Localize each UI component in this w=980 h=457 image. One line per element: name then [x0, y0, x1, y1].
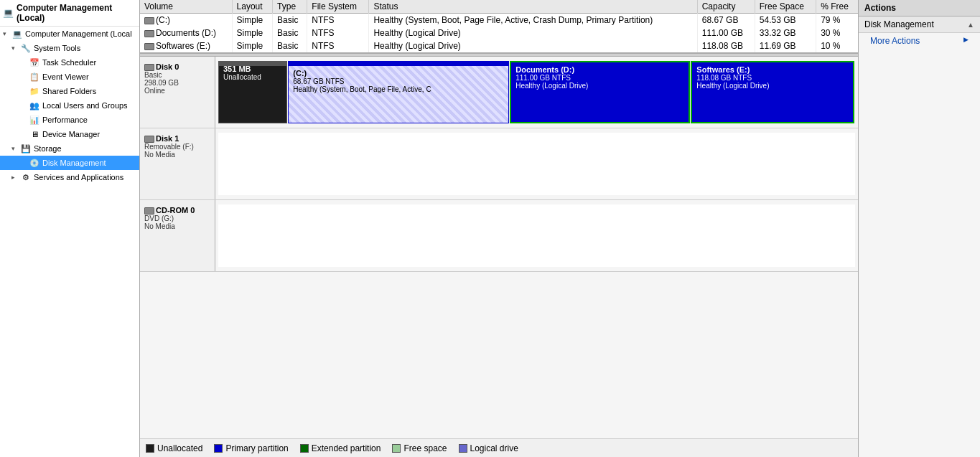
sidebar-item-shared-folders[interactable]: 📁Shared Folders: [0, 84, 139, 98]
disk-row-disk0: Disk 0Basic298.09 GBOnline351 MBUnalloca…: [140, 57, 858, 128]
partition-sublabel-d-drive: 111.00 GB NTFS: [515, 74, 684, 82]
partition-e-drive[interactable]: Softwares (E:)118.08 GB NTFSHealthy (Log…: [691, 61, 854, 123]
app-title: Computer Management (Local): [17, 3, 136, 23]
table-cell: 54.53 GB: [755, 14, 816, 27]
sidebar-item-local-users[interactable]: 👥Local Users and Groups: [0, 98, 139, 113]
item-icon-shared-folders: 📁: [29, 85, 40, 97]
sidebar-item-services[interactable]: ▸⚙Services and Applications: [0, 170, 139, 184]
item-label-computer-management: Computer Management (Local: [25, 29, 132, 38]
disk-row-disk1: Disk 1Removable (F:)No Media: [140, 128, 858, 200]
expand-icon-services: ▸: [11, 174, 20, 181]
partition-label-e-drive: Softwares (E:): [696, 65, 849, 74]
partition-sublabel-e-drive: 118.08 GB NTFS: [696, 74, 849, 82]
item-icon-device-manager: 🖥: [29, 128, 40, 140]
disk-row-cdrom0: CD-ROM 0DVD (G:)No Media: [140, 200, 858, 272]
sidebar-item-system-tools[interactable]: ▾🔧System Tools: [0, 41, 139, 55]
sidebar-item-device-manager[interactable]: 🖥Device Manager: [0, 127, 139, 141]
computer-icon: 💻: [3, 8, 14, 18]
partition-sublabel-unallocated: Unallocated: [223, 73, 282, 81]
disk-icon: [144, 17, 154, 24]
sidebar-tree: ▾💻Computer Management (Local▾🔧System Too…: [0, 27, 139, 184]
sidebar-item-event-viewer[interactable]: 📋Event Viewer: [0, 70, 139, 84]
partition-label-c-drive: (C:): [293, 69, 504, 77]
col-header-free-space[interactable]: Free Space: [755, 0, 816, 14]
col-header-capacity[interactable]: Capacity: [697, 0, 755, 14]
color-bar-c-drive: [289, 62, 508, 66]
table-cell: Simple: [232, 39, 273, 52]
table-cell: 68.67 GB: [697, 14, 755, 27]
disk-management-section[interactable]: Disk Management ▲: [859, 17, 980, 33]
item-label-system-tools: System Tools: [34, 44, 80, 52]
legend-label-extended: Extended partition: [312, 443, 381, 453]
disk-name-cdrom0: CD-ROM 0: [144, 206, 210, 215]
partition-d-drive[interactable]: Documents (D:)111.00 GB NTFSHealthy (Log…: [510, 61, 690, 123]
legend-item-free: Free space: [392, 443, 447, 453]
table-cell: Softwares (E:): [140, 39, 232, 52]
table-cell: 11.69 GB: [755, 39, 816, 52]
legend-color-logical: [459, 444, 467, 453]
disk-partitions-disk0: 351 MBUnallocated(C:)68.67 GB NTFSHealth…: [215, 57, 858, 128]
sidebar-item-disk-management[interactable]: 💿Disk Management: [0, 156, 139, 170]
partition-unallocated[interactable]: 351 MBUnallocated: [218, 61, 287, 123]
disk-table: VolumeLayoutTypeFile SystemStatusCapacit…: [140, 0, 858, 52]
disk-icon: [144, 30, 154, 37]
table-cell: 33.32 GB: [755, 27, 816, 39]
disk-icon-cdrom0: [144, 207, 154, 215]
partition-c-drive[interactable]: (C:)68.67 GB NTFSHealthy (System, Boot, …: [288, 61, 509, 123]
actions-header: Actions: [859, 0, 980, 17]
partition-detail-c-drive: Healthy (System, Boot, Page File, Active…: [293, 85, 504, 93]
item-icon-disk-management: 💿: [29, 157, 40, 169]
item-label-task-scheduler: Task Scheduler: [42, 58, 96, 67]
arrow-right-icon: ▶: [963, 36, 969, 43]
table-header: VolumeLayoutTypeFile SystemStatusCapacit…: [140, 0, 858, 14]
legend-item-logical: Logical drive: [459, 443, 518, 453]
expand-icon-storage: ▾: [11, 145, 20, 152]
sidebar-item-performance[interactable]: 📊Performance: [0, 113, 139, 127]
more-actions-item[interactable]: More Actions ▶: [859, 33, 980, 49]
item-label-performance: Performance: [42, 116, 88, 124]
col-header-file-system[interactable]: File System: [307, 0, 369, 14]
disk-icon: [144, 43, 154, 50]
col-header-volume[interactable]: Volume: [140, 0, 232, 14]
table-cell: Documents (D:): [140, 27, 232, 39]
col-header-type[interactable]: Type: [273, 0, 307, 14]
table-cell: 10 %: [816, 39, 858, 52]
table-cell: NTFS: [307, 39, 369, 52]
disk-management-label: Disk Management: [864, 19, 934, 29]
legend-item-unallocated: Unallocated: [146, 443, 202, 453]
item-icon-storage: 💾: [20, 143, 32, 154]
item-label-services: Services and Applications: [34, 173, 123, 182]
legend-color-extended: [300, 444, 309, 453]
table-cell: NTFS: [307, 27, 369, 39]
table-body: (C:)SimpleBasicNTFSHealthy (System, Boot…: [140, 14, 858, 53]
disk-type-disk1: Removable (F:): [144, 143, 210, 151]
table-row[interactable]: (C:)SimpleBasicNTFSHealthy (System, Boot…: [140, 14, 858, 27]
item-label-event-viewer: Event Viewer: [42, 72, 89, 81]
table-cell: 118.08 GB: [697, 39, 755, 52]
col-header-layout[interactable]: Layout: [232, 0, 273, 14]
table-row[interactable]: Softwares (E:)SimpleBasicNTFSHealthy (Lo…: [140, 39, 858, 52]
item-icon-event-viewer: 📋: [29, 71, 40, 83]
col-header-%-free[interactable]: % Free: [816, 0, 858, 14]
disk-info-cdrom0: CD-ROM 0DVD (G:)No Media: [140, 200, 215, 271]
table-cell: Basic: [273, 39, 307, 52]
sidebar-item-storage[interactable]: ▾💾Storage: [0, 141, 139, 156]
color-bar-unallocated: [219, 62, 286, 66]
item-label-shared-folders: Shared Folders: [42, 87, 96, 95]
item-icon-task-scheduler: 📅: [29, 57, 40, 68]
main-content: VolumeLayoutTypeFile SystemStatusCapacit…: [140, 0, 858, 457]
sidebar-item-task-scheduler[interactable]: 📅Task Scheduler: [0, 55, 139, 70]
table-row[interactable]: Documents (D:)SimpleBasicNTFSHealthy (Lo…: [140, 27, 858, 39]
sidebar-item-computer-management[interactable]: ▾💻Computer Management (Local: [0, 27, 139, 41]
table-cell: Simple: [232, 27, 273, 39]
legend-label-unallocated: Unallocated: [157, 443, 202, 453]
table-cell: (C:): [140, 14, 232, 27]
col-header-status[interactable]: Status: [369, 0, 697, 14]
table-cell: Basic: [273, 27, 307, 39]
disk-table-area: VolumeLayoutTypeFile SystemStatusCapacit…: [140, 0, 858, 53]
disk-type-disk0: Basic: [144, 71, 210, 79]
legend-label-free: Free space: [403, 443, 447, 453]
disk-icon-disk0: [144, 64, 154, 71]
disk-info-disk1: Disk 1Removable (F:)No Media: [140, 128, 215, 199]
sidebar-header: 💻 Computer Management (Local): [0, 0, 139, 27]
